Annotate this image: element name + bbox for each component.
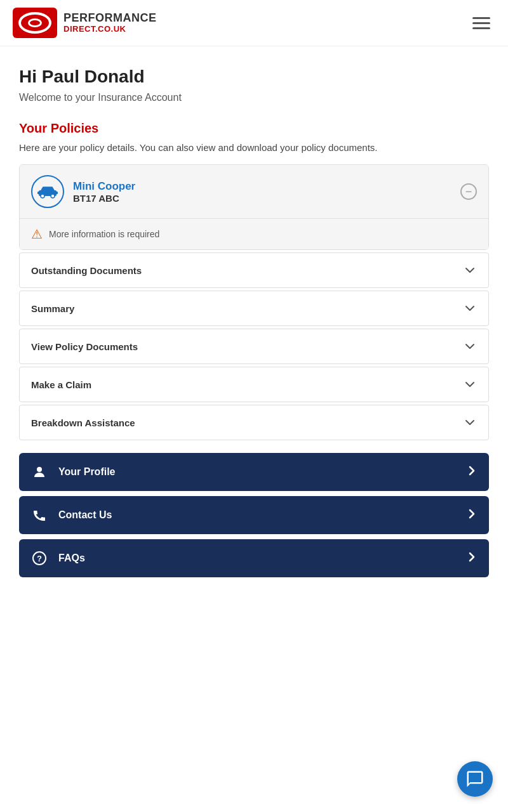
- policies-title: Your Policies: [19, 121, 489, 136]
- accordion-make-a-claim-header[interactable]: Make a Claim: [20, 367, 488, 402]
- policy-card: Mini Cooper BT17 ABC − ⚠ More informatio…: [19, 164, 489, 250]
- car-icon-circle: [31, 175, 64, 208]
- nav-items: Your Profile Contact Us: [19, 453, 489, 577]
- main-content: Hi Paul Donald Welcome to your Insurance…: [0, 46, 508, 598]
- nav-item-contact-us-label: Contact Us: [58, 509, 112, 521]
- warning-icon: ⚠: [31, 226, 43, 242]
- collapse-button[interactable]: −: [460, 183, 477, 200]
- policies-description: Here are your policy details. You can al…: [19, 142, 489, 153]
- svg-text:?: ?: [37, 554, 42, 563]
- svg-rect-4: [55, 192, 58, 194]
- nav-item-your-profile[interactable]: Your Profile: [19, 453, 489, 491]
- nav-item-your-profile-label: Your Profile: [58, 466, 116, 478]
- accordion-breakdown-assistance: Breakdown Assistance: [19, 405, 489, 440]
- accordion-summary: Summary: [19, 291, 489, 326]
- warning-text: More information is required: [49, 229, 159, 239]
- menu-button[interactable]: [467, 12, 495, 34]
- nav-chevron-right-icon: [466, 508, 478, 523]
- nav-item-faqs-left: ? FAQs: [30, 549, 85, 567]
- accordion-summary-label: Summary: [31, 303, 74, 314]
- accordion-make-a-claim: Make a Claim: [19, 367, 489, 402]
- svg-rect-3: [37, 192, 40, 194]
- accordion-outstanding-documents-label: Outstanding Documents: [31, 265, 142, 276]
- logo-text-top: PERFORMANCE: [64, 12, 157, 25]
- nav-item-contact-us-left: Contact Us: [30, 506, 112, 524]
- accordion-outstanding-documents-header[interactable]: Outstanding Documents: [20, 253, 488, 287]
- chevron-down-icon: [463, 301, 477, 315]
- logo-container: PERFORMANCE DIRECT.CO.UK: [13, 8, 157, 38]
- chevron-down-icon: [463, 416, 477, 429]
- policy-info: Mini Cooper BT17 ABC: [73, 180, 135, 204]
- accordion-breakdown-assistance-label: Breakdown Assistance: [31, 417, 135, 428]
- accordion-view-policy-documents-label: View Policy Documents: [31, 341, 138, 352]
- chevron-down-icon: [463, 377, 477, 391]
- accordion-breakdown-assistance-header[interactable]: Breakdown Assistance: [20, 405, 488, 440]
- accordion-summary-header[interactable]: Summary: [20, 291, 488, 325]
- policy-warning: ⚠ More information is required: [20, 218, 488, 249]
- nav-item-faqs-label: FAQs: [58, 553, 85, 564]
- svg-point-2: [51, 194, 55, 198]
- nav-item-your-profile-left: Your Profile: [30, 463, 116, 481]
- logo-text-bottom: DIRECT.CO.UK: [64, 25, 157, 34]
- accordion-view-policy-documents-header[interactable]: View Policy Documents: [20, 329, 488, 363]
- logo-text: PERFORMANCE DIRECT.CO.UK: [64, 12, 157, 34]
- chat-button[interactable]: [457, 761, 493, 797]
- nav-item-faqs[interactable]: ? FAQs: [19, 539, 489, 577]
- hamburger-line-3: [472, 27, 490, 29]
- policy-plate: BT17 ABC: [73, 193, 135, 204]
- svg-point-1: [41, 194, 44, 198]
- phone-icon: [30, 506, 48, 524]
- question-icon: ?: [30, 549, 48, 567]
- accordion-make-a-claim-label: Make a Claim: [31, 379, 91, 390]
- greeting-heading: Hi Paul Donald: [19, 67, 489, 87]
- nav-item-contact-us[interactable]: Contact Us: [19, 496, 489, 534]
- accordion-view-policy-documents: View Policy Documents: [19, 329, 489, 364]
- nav-chevron-right-icon: [466, 465, 478, 480]
- svg-point-5: [37, 467, 42, 472]
- policy-header: Mini Cooper BT17 ABC −: [20, 165, 488, 218]
- person-icon: [30, 463, 48, 481]
- car-icon: [37, 185, 58, 199]
- welcome-subtext: Welcome to your Insurance Account: [19, 92, 489, 103]
- hamburger-line-1: [472, 17, 490, 19]
- nav-chevron-right-icon: [466, 551, 478, 566]
- chevron-down-icon: [463, 263, 477, 277]
- hamburger-line-2: [472, 22, 490, 24]
- policy-header-left: Mini Cooper BT17 ABC: [31, 175, 135, 208]
- chevron-down-icon: [463, 339, 477, 353]
- logo-icon: [13, 8, 57, 38]
- policy-car-name: Mini Cooper: [73, 180, 135, 193]
- header: PERFORMANCE DIRECT.CO.UK: [0, 0, 508, 46]
- accordion-outstanding-documents: Outstanding Documents: [19, 252, 489, 288]
